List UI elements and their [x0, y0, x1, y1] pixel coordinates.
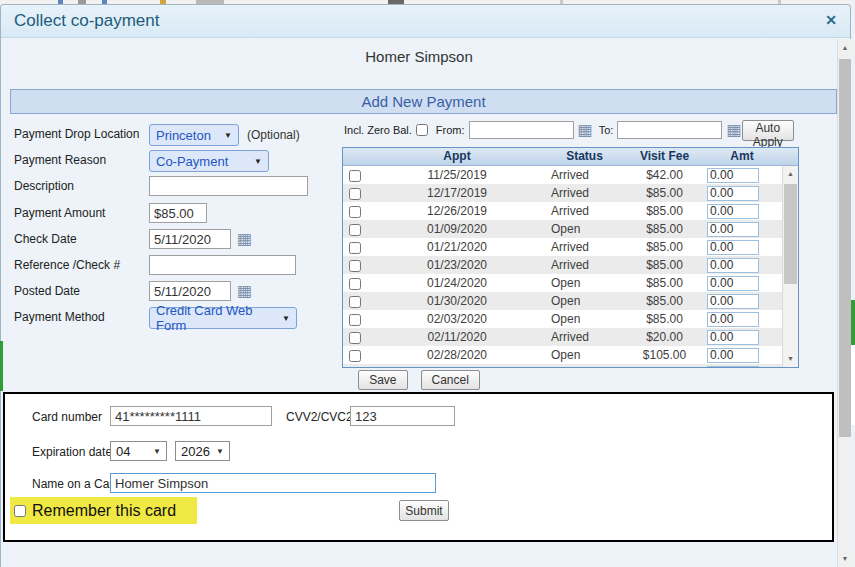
column-header-visit-fee: Visit Fee: [622, 148, 707, 165]
description-label: Description: [14, 176, 74, 197]
table-body: 11/25/2019 Arrived $42.00 12/17/2019 Arr…: [343, 166, 798, 367]
table-row: 12/26/2019 Arrived $85.00: [343, 202, 798, 220]
amt-input[interactable]: [707, 276, 759, 291]
check-date-field: ▦: [149, 229, 252, 249]
amt-input[interactable]: [707, 204, 759, 219]
from-date-input[interactable]: [469, 121, 574, 139]
row-checkbox[interactable]: [349, 314, 361, 326]
amt-input[interactable]: [707, 330, 759, 345]
dialog-scrollbar[interactable]: ▲ ▼: [837, 39, 851, 567]
calendar-icon[interactable]: ▦: [578, 121, 593, 139]
check-date-label: Check Date: [14, 229, 77, 250]
payment-drop-location-label: Payment Drop Location: [14, 124, 139, 145]
scroll-down-icon[interactable]: ▼: [838, 552, 852, 566]
amt-input[interactable]: [707, 348, 759, 363]
table-row: 12/17/2019 Arrived $85.00: [343, 184, 798, 202]
row-checkbox[interactable]: [349, 278, 361, 290]
expiration-date-label: Expiration date: [32, 442, 112, 462]
table-row: 01/09/2020 Open $85.00: [343, 220, 798, 238]
incl-zero-bal-checkbox[interactable]: [416, 124, 428, 136]
amt-input[interactable]: [707, 168, 759, 183]
incl-zero-bal-label: Incl. Zero Bal.: [344, 124, 412, 136]
apply-filter-row: Incl. Zero Bal. From: ▦ To: ▦ Auto Apply: [344, 119, 794, 141]
column-header-amt: Amt: [707, 148, 777, 165]
dialog-scrollbar-thumb[interactable]: [839, 59, 851, 437]
table-scrollbar-thumb[interactable]: [784, 184, 797, 284]
row-checkbox[interactable]: [349, 332, 361, 344]
table-scrollbar[interactable]: ▲ ▼: [782, 166, 798, 367]
chevron-down-icon: ▼: [224, 131, 232, 140]
add-new-payment-banner: Add New Payment: [10, 89, 837, 114]
amt-input[interactable]: [707, 312, 759, 327]
calendar-icon[interactable]: ▦: [237, 230, 252, 248]
row-checkbox[interactable]: [349, 242, 361, 254]
payment-amount-input[interactable]: [149, 203, 207, 223]
scroll-down-icon[interactable]: ▼: [783, 352, 798, 366]
expiration-month-select[interactable]: 04 ▼: [110, 441, 167, 461]
remember-card-checkbox[interactable]: [14, 505, 26, 517]
amt-input[interactable]: [707, 240, 759, 255]
row-checkbox[interactable]: [349, 260, 361, 272]
cancel-button[interactable]: Cancel: [421, 370, 480, 390]
posted-date-label: Posted Date: [14, 281, 80, 302]
close-icon[interactable]: ✕: [825, 12, 837, 28]
table-row: 01/21/2020 Arrived $85.00: [343, 238, 798, 256]
table-row: 01/30/2020 Open $85.00: [343, 292, 798, 310]
name-on-card-input[interactable]: [110, 473, 436, 493]
reference-check-label: Reference /Check #: [14, 255, 120, 276]
row-checkbox[interactable]: [349, 188, 361, 200]
background-green-row-left: [0, 341, 3, 391]
posted-date-input[interactable]: [149, 281, 231, 301]
table-row: 01/24/2020 Open $85.00: [343, 274, 798, 292]
payment-drop-location-select[interactable]: Princeton ▼: [149, 124, 239, 146]
auto-apply-button[interactable]: Auto Apply: [742, 120, 794, 141]
chevron-down-icon: ▼: [216, 447, 224, 456]
chevron-down-icon: ▼: [282, 314, 290, 323]
table-row: 01/23/2020 Arrived $85.00: [343, 256, 798, 274]
table-row: 02/11/2020 Arrived $20.00: [343, 328, 798, 346]
table-row: 02/28/2020 Open $105.00: [343, 346, 798, 364]
expiration-year-select[interactable]: 2026 ▼: [175, 441, 230, 461]
save-button[interactable]: Save: [358, 370, 407, 390]
payment-method-select[interactable]: Credit Card Web Form ▼: [149, 307, 297, 329]
cvv-label: CVV2/CVC2: [286, 407, 353, 427]
row-checkbox[interactable]: [349, 350, 361, 362]
dialog-actions: Save Cancel: [1, 370, 837, 390]
row-checkbox[interactable]: [349, 296, 361, 308]
calendar-icon[interactable]: ▦: [726, 121, 741, 139]
dialog-titlebar: Collect co-payment ✕: [1, 5, 850, 38]
calendar-icon[interactable]: ▦: [237, 282, 252, 300]
row-checkbox[interactable]: [349, 206, 361, 218]
chevron-down-icon: ▼: [254, 157, 262, 166]
to-label: To:: [599, 124, 614, 136]
cvv-input[interactable]: [350, 406, 455, 426]
credit-card-form: Card number CVV2/CVC2 Expiration date 04…: [3, 392, 834, 542]
payment-reason-select[interactable]: Co-Payment ▼: [149, 150, 269, 172]
remember-card-label: Remember this card: [32, 502, 176, 520]
scroll-up-icon[interactable]: ▲: [838, 41, 852, 55]
row-checkbox[interactable]: [349, 170, 361, 182]
screen: Collect co-payment ✕ ▲ ▼ Homer Simpson A…: [0, 0, 855, 567]
card-number-input[interactable]: [110, 406, 272, 426]
amt-input[interactable]: [707, 294, 759, 309]
check-date-input[interactable]: [149, 229, 231, 249]
appointments-table: Appt Status Visit Fee Amt 11/25/2019 Arr…: [342, 147, 799, 368]
scroll-up-icon[interactable]: ▲: [783, 167, 798, 181]
row-checkbox[interactable]: [349, 224, 361, 236]
submit-button[interactable]: Submit: [399, 500, 449, 521]
description-input[interactable]: [149, 176, 308, 196]
remember-card-highlight: Remember this card: [10, 497, 197, 524]
amt-input[interactable]: [707, 258, 759, 273]
from-label: From:: [436, 124, 465, 136]
payment-method-label: Payment Method: [14, 307, 105, 328]
amt-input[interactable]: [707, 366, 759, 368]
posted-date-field: ▦: [149, 281, 252, 301]
dialog-title: Collect co-payment: [14, 11, 160, 31]
payment-amount-label: Payment Amount: [14, 203, 105, 224]
reference-check-input[interactable]: [149, 255, 296, 275]
collect-copayment-dialog: Collect co-payment ✕ ▲ ▼ Homer Simpson A…: [0, 4, 851, 567]
amt-input[interactable]: [707, 222, 759, 237]
to-date-input[interactable]: [617, 121, 722, 139]
amt-input[interactable]: [707, 186, 759, 201]
table-row: 11/25/2019 Arrived $42.00: [343, 166, 798, 184]
